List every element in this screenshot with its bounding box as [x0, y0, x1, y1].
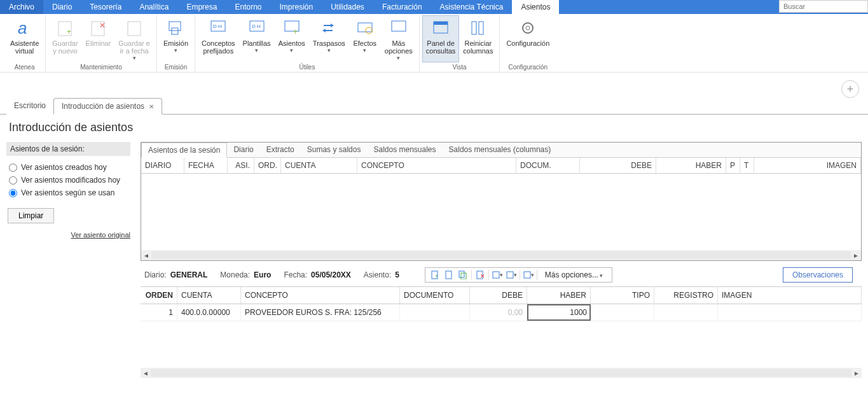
menu-analitica[interactable]: Analítica: [130, 0, 177, 14]
cell-documento[interactable]: [400, 304, 470, 321]
doc-add-icon[interactable]: +: [429, 269, 441, 281]
print-icon: [165, 18, 186, 38]
entry-info-bar: Diario:GENERAL Moneda:Euro Fecha:05/05/2…: [141, 261, 862, 286]
ecol-orden[interactable]: ORDEN: [141, 287, 177, 304]
menu-empresa[interactable]: Empresa: [177, 0, 226, 14]
session-tab-sumas[interactable]: Sumas y saldos: [301, 143, 368, 157]
col-ord[interactable]: ORD.: [254, 158, 281, 173]
ribbon-group-emision: Emisión: [165, 62, 188, 72]
radio-segun-usan[interactable]: Ver asientos según se usan: [9, 186, 128, 199]
ribbon-guardar-nuevo[interactable]: + Guardary nuevo: [48, 15, 81, 62]
cell-orden[interactable]: 1: [141, 304, 177, 321]
col-fecha[interactable]: FECHA: [184, 158, 228, 173]
cell-tipo[interactable]: [591, 304, 654, 321]
col-concepto[interactable]: CONCEPTO: [357, 158, 516, 173]
radio-creados-hoy[interactable]: Ver asientos creados hoy: [9, 161, 128, 174]
entry-row-1[interactable]: 1 400.0.0.00000 PROVEEDOR EUROS S. FRA: …: [141, 304, 862, 321]
session-tab-saldos-mens[interactable]: Saldos mensuales: [367, 143, 442, 157]
templates-icon: D H: [247, 18, 267, 38]
menu-search-wrap: [779, 0, 868, 14]
col-cuenta[interactable]: CUENTA: [281, 158, 357, 173]
svg-rect-7: [172, 28, 178, 34]
session-tabs: Asientos de la sesión Diario Extracto Su…: [141, 143, 861, 158]
tool-dd2-icon[interactable]: [506, 269, 517, 281]
ecol-tipo[interactable]: TIPO: [591, 287, 654, 304]
menu-impresion[interactable]: Impresión: [270, 0, 322, 14]
menu-archivo[interactable]: Archivo: [0, 0, 43, 14]
col-t[interactable]: T: [740, 158, 754, 173]
session-tab-asientos[interactable]: Asientos de la sesión: [141, 143, 227, 158]
scroll-left-icon[interactable]: ◄: [141, 252, 151, 259]
ribbon-configuracion[interactable]: Configuración: [502, 15, 553, 62]
search-input[interactable]: [779, 0, 868, 13]
entry-scroll-track[interactable]: [151, 369, 851, 377]
scroll-right-icon[interactable]: ►: [851, 252, 861, 259]
ribbon-group-config: Configuración: [508, 62, 548, 72]
cell-debe[interactable]: 0,00: [470, 304, 527, 321]
doc-delete-icon[interactable]: ✕: [474, 269, 486, 281]
doc-copy-icon[interactable]: [457, 269, 469, 281]
entry-scroll-right-icon[interactable]: ►: [851, 370, 862, 377]
ribbon-guardar-fecha[interactable]: Guardar eir a fecha: [114, 15, 154, 62]
add-tab-button[interactable]: +: [841, 80, 859, 98]
ribbon-asientos[interactable]: + Asientos: [275, 15, 309, 62]
ribbon-reiniciar-columnas[interactable]: Reiniciarcolumnas: [459, 15, 497, 62]
mas-opciones-dropdown[interactable]: Más opciones...: [540, 269, 609, 281]
col-debe[interactable]: DEBE: [580, 158, 656, 173]
ribbon-conceptos[interactable]: D H Conceptosprefijados: [198, 15, 239, 62]
doc-new-icon[interactable]: [443, 269, 455, 281]
ecol-registro[interactable]: REGISTRO: [654, 287, 718, 304]
ver-asiento-original-link[interactable]: Ver asiento original: [6, 227, 130, 242]
entry-scrollbar[interactable]: ◄ ►: [141, 368, 862, 378]
diario-value: GENERAL: [170, 270, 208, 279]
col-asi[interactable]: ASI.: [228, 158, 254, 173]
tab-escritorio[interactable]: Escritorio: [6, 98, 53, 115]
ecol-documento[interactable]: DOCUMENTO: [400, 287, 470, 304]
ecol-haber[interactable]: HABER: [527, 287, 591, 304]
cell-haber[interactable]: 1000: [527, 304, 591, 321]
limpiar-button[interactable]: Limpiar: [8, 208, 54, 223]
tool-dd3-icon[interactable]: [523, 269, 534, 281]
menu-diario[interactable]: Diario: [43, 0, 81, 14]
cell-concepto[interactable]: PROVEEDOR EUROS S. FRA: 125/256: [241, 304, 400, 321]
session-tab-diario[interactable]: Diario: [227, 143, 259, 157]
cell-imagen[interactable]: [718, 304, 862, 321]
col-haber[interactable]: HABER: [656, 158, 726, 173]
tool-dd1-icon[interactable]: [492, 269, 503, 281]
col-imagen[interactable]: IMAGEN: [754, 158, 861, 173]
col-docum[interactable]: DOCUM.: [516, 158, 580, 173]
session-tab-saldos-cols[interactable]: Saldos mensuales (columnas): [443, 143, 558, 157]
ecol-imagen[interactable]: IMAGEN: [718, 287, 862, 304]
session-tab-extracto[interactable]: Extracto: [260, 143, 301, 157]
entry-scroll-left-icon[interactable]: ◄: [141, 370, 151, 377]
menu-entorno[interactable]: Entorno: [226, 0, 270, 14]
ribbon-panel-consultas[interactable]: Panel deconsultas: [422, 15, 459, 62]
session-grid-body[interactable]: [141, 174, 861, 250]
menu-asistencia[interactable]: Asistencia Técnica: [431, 0, 513, 14]
ecol-concepto[interactable]: CONCEPTO: [241, 287, 400, 304]
col-diario[interactable]: DIARIO: [141, 158, 184, 173]
col-p[interactable]: P: [726, 158, 740, 173]
ribbon-emision[interactable]: Emisión: [160, 15, 192, 62]
tab-introduccion-asientos[interactable]: Introducción de asientos: [53, 98, 162, 115]
close-tab-icon[interactable]: [144, 102, 154, 111]
ribbon-eliminar[interactable]: ✕ Eliminar: [82, 15, 115, 62]
ribbon-efectos[interactable]: Efectos: [349, 15, 381, 62]
session-grid-header: DIARIO FECHA ASI. ORD. CUENTA CONCEPTO D…: [141, 158, 861, 174]
ribbon-asistente-virtual[interactable]: a Asistentevirtual: [6, 15, 43, 62]
menu-tesoreria[interactable]: Tesorería: [81, 0, 130, 14]
menu-utilidades[interactable]: Utilidades: [322, 0, 373, 14]
menu-facturacion[interactable]: Facturación: [373, 0, 431, 14]
ribbon-mas-opciones[interactable]: Másopciones: [381, 15, 417, 62]
observaciones-button[interactable]: Observaciones: [783, 267, 853, 283]
scroll-track[interactable]: [151, 251, 851, 259]
session-scrollbar[interactable]: ◄ ►: [141, 250, 861, 260]
ecol-cuenta[interactable]: CUENTA: [177, 287, 241, 304]
ribbon-plantillas[interactable]: D H Plantillas: [239, 15, 275, 62]
cell-cuenta[interactable]: 400.0.0.00000: [177, 304, 241, 321]
radio-modificados-hoy[interactable]: Ver asientos modificados hoy: [9, 174, 128, 186]
cell-registro[interactable]: [654, 304, 718, 321]
ecol-debe[interactable]: DEBE: [470, 287, 527, 304]
ribbon-traspasos[interactable]: Traspasos: [309, 15, 349, 62]
menu-asientos[interactable]: Asientos: [512, 0, 559, 14]
